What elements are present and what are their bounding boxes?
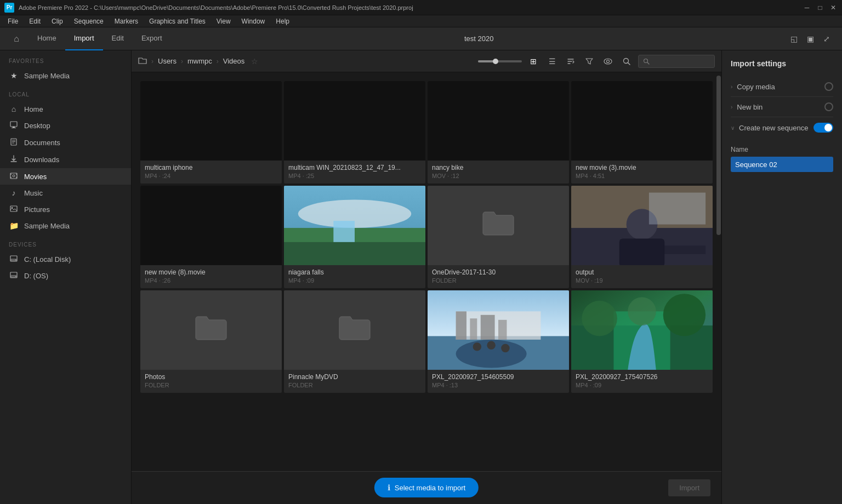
sidebar-item-movies[interactable]: Movies (0, 168, 131, 185)
media-item[interactable]: new movie (3).movie MP4 · 4:51 (571, 81, 713, 184)
media-item[interactable]: Photos FOLDER (140, 290, 282, 393)
media-item[interactable]: new movie (8).movie MP4 · :26 (140, 186, 282, 288)
sidebar-item-home[interactable]: ⌂ Home (0, 101, 131, 117)
menu-file[interactable]: File (2, 15, 24, 27)
filter-button[interactable] (582, 54, 596, 68)
menu-view[interactable]: View (211, 15, 236, 27)
media-item[interactable]: nancy bike MOV · :12 (428, 81, 569, 184)
maximize-button[interactable]: □ (816, 3, 824, 12)
sidebar-item-c-drive[interactable]: C: (Local Disk) (0, 251, 131, 267)
media-meta: MOV · :12 (432, 173, 565, 179)
sidebar-item-d-drive[interactable]: D: (OS) (0, 267, 131, 284)
star-icon: ★ (9, 71, 19, 80)
menu-graphics-titles[interactable]: Graphics and Titles (144, 15, 211, 27)
copy-media-row[interactable]: › Copy media (731, 77, 833, 97)
breadcrumb-folder-icon[interactable] (138, 56, 147, 66)
new-bin-radio[interactable] (824, 102, 833, 111)
media-item[interactable]: Pinnacle MyDVD FOLDER (284, 290, 425, 393)
svg-line-27 (647, 62, 649, 64)
create-sequence-row[interactable]: ∨ Create new sequence (731, 117, 833, 138)
svg-rect-37 (649, 193, 706, 225)
tab-home[interactable]: Home (29, 27, 65, 50)
media-item[interactable]: OneDrive-2017-11-30 FOLDER (428, 186, 569, 288)
svg-line-25 (628, 62, 630, 65)
sidebar-item-downloads[interactable]: Downloads (0, 151, 131, 168)
tab-import[interactable]: Import (65, 27, 103, 50)
media-meta: FOLDER (288, 382, 421, 388)
media-thumbnail (140, 81, 282, 161)
eye-button[interactable] (601, 54, 615, 68)
close-button[interactable]: ✕ (829, 3, 838, 12)
menu-help[interactable]: Help (270, 15, 295, 27)
sidebar-item-documents[interactable]: Documents (0, 134, 131, 151)
media-thumbnail (284, 290, 425, 370)
breadcrumb-sep-2: › (181, 58, 183, 65)
media-meta: MP4 · :25 (288, 173, 421, 179)
tab-export[interactable]: Export (133, 27, 171, 50)
menu-clip[interactable]: Clip (46, 15, 69, 27)
sidebar-item-label: C: (Local Disk) (24, 255, 71, 264)
media-name: Photos (145, 373, 277, 381)
new-bin-label: New bin (737, 103, 824, 111)
tab-edit[interactable]: Edit (103, 27, 133, 50)
zoom-slider-area[interactable] (478, 60, 522, 62)
copy-media-radio[interactable] (824, 82, 833, 91)
drive-icon (9, 255, 19, 264)
sort-button[interactable] (564, 54, 578, 68)
media-item[interactable]: multicam WIN_20210823_12_47_19... MP4 · … (284, 81, 425, 184)
search-button[interactable] (619, 54, 634, 68)
breadcrumb-mwmpc[interactable]: mwmpc (187, 57, 212, 65)
new-bin-row[interactable]: › New bin (731, 97, 833, 117)
media-meta: MP4 · :09 (288, 277, 421, 284)
sidebar-item-sample-media-fav[interactable]: ★ Sample Media (0, 67, 131, 84)
media-item[interactable]: output MOV · :19 (571, 186, 713, 288)
media-meta: MP4 · 4:51 (576, 173, 708, 179)
nav-home-button[interactable]: ⌂ (9, 31, 24, 47)
list-view-button[interactable]: ☰ (545, 54, 559, 68)
media-item[interactable]: PXL_20200927_175407526 MP4 · :09 (571, 290, 713, 393)
breadcrumb-sep-1: › (151, 58, 153, 65)
drive-icon-2 (9, 271, 19, 280)
media-item[interactable]: niagara falls MP4 · :09 (284, 186, 425, 288)
zoom-slider[interactable] (478, 60, 522, 62)
breadcrumb-sep-3: › (217, 58, 219, 65)
sequence-name-input[interactable] (731, 157, 833, 172)
grid-view-button[interactable]: ⊞ (526, 54, 541, 68)
sidebar: FAVORITES ★ Sample Media LOCAL ⌂ Home De… (0, 50, 132, 504)
breadcrumb-users[interactable]: Users (158, 57, 177, 65)
home-icon: ⌂ (9, 105, 19, 113)
sidebar-item-pictures[interactable]: Pictures (0, 201, 131, 217)
breadcrumb-videos[interactable]: Videos (223, 57, 245, 65)
folder-thumbnail-icon (338, 313, 371, 347)
sidebar-item-desktop[interactable]: Desktop (0, 117, 131, 134)
svg-point-26 (644, 59, 648, 62)
import-button[interactable]: Import (668, 479, 710, 496)
scrollbar[interactable] (716, 72, 721, 471)
sidebar-item-label: Sample Media (24, 72, 70, 80)
menu-edit[interactable]: Edit (24, 15, 46, 27)
media-item[interactable]: multicam iphone MP4 · :24 (140, 81, 282, 184)
media-meta: MP4 · :09 (576, 382, 708, 388)
movies-icon (9, 172, 19, 181)
download-icon (9, 155, 19, 164)
favorite-star-icon[interactable]: ☆ (251, 57, 258, 66)
media-item[interactable]: PXL_20200927_154605509 MP4 · :13 (428, 290, 569, 393)
menu-markers[interactable]: Markers (109, 15, 144, 27)
menu-sequence[interactable]: Sequence (69, 15, 109, 27)
menu-window[interactable]: Window (236, 15, 271, 27)
create-sequence-toggle[interactable] (813, 123, 833, 133)
nav-icon-2[interactable]: ▣ (804, 32, 817, 45)
media-name: OneDrive-2017-11-30 (432, 268, 565, 276)
desktop-icon (9, 121, 19, 130)
svg-point-22 (604, 59, 612, 64)
svg-rect-2 (12, 128, 16, 128)
minimize-button[interactable]: ─ (803, 3, 811, 12)
bottom-bar: ℹ Select media to import Import (132, 471, 721, 504)
nav-icon-1[interactable]: ◱ (787, 32, 800, 45)
nav-icon-3[interactable]: ⤢ (820, 32, 833, 45)
search-box[interactable] (638, 55, 715, 68)
sidebar-item-music[interactable]: ♪ Music (0, 185, 131, 201)
sidebar-item-sample-media[interactable]: 📁 Sample Media (0, 217, 131, 234)
select-media-button[interactable]: ℹ Select media to import (374, 478, 479, 497)
svg-rect-38 (663, 245, 706, 254)
